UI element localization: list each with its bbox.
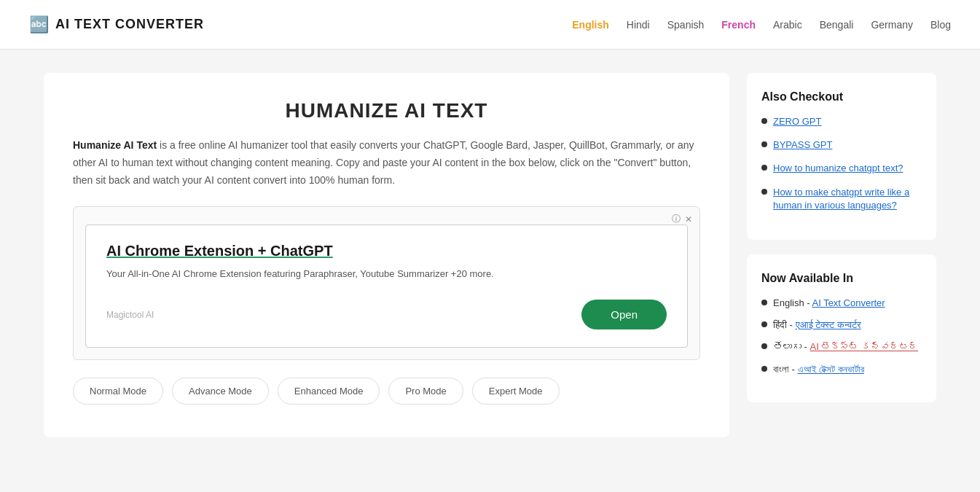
ad-controls: ⓘ ✕ (672, 213, 692, 225)
mode-btn-expert-mode[interactable]: Expert Mode (472, 378, 560, 405)
ad-info-icon[interactable]: ⓘ (672, 213, 681, 225)
checkout-links: ZERO GPT BYPASS GPT How to humanize chat… (761, 115, 922, 212)
nav-item-spanish[interactable]: Spanish (667, 19, 705, 31)
bullet-icon (761, 118, 767, 124)
ad-open-button[interactable]: Open (581, 300, 667, 329)
available-link[interactable]: AI టెక్స్ట్ కన్వర్టర్ (810, 341, 919, 352)
page-title: HUMANIZE AI TEXT (73, 99, 700, 122)
bullet-icon (761, 366, 767, 372)
bullet-icon (761, 165, 767, 171)
mode-btn-pro-mode[interactable]: Pro Mode (388, 378, 463, 405)
ad-footer: Magictool AI Open (106, 300, 667, 329)
nav-item-bengali[interactable]: Bengali (820, 19, 854, 31)
nav-item-french[interactable]: French (721, 19, 756, 31)
main-nav: EnglishHindiSpanishFrenchArabicBengaliGe… (572, 19, 951, 31)
checkout-link[interactable]: How to humanize chatgpt text? (773, 162, 903, 175)
bullet-icon (761, 189, 767, 195)
mode-btn-advance-mode[interactable]: Advance Mode (172, 378, 269, 405)
checkout-title: Also Checkout (761, 90, 922, 104)
available-text: English - AI Text Converter (773, 297, 885, 310)
available-item: বাংলা - এআই টেক্সট কনভার্টার (761, 363, 922, 376)
page-description: Humanize AI Text is a free online AI hum… (73, 137, 700, 189)
page-wrapper: HUMANIZE AI TEXT Humanize AI Text is a f… (0, 50, 980, 461)
available-item: తెలుగు - AI టెక్స్ట్ కన్వర్టర్ (761, 340, 922, 354)
nav-item-hindi[interactable]: Hindi (627, 19, 650, 31)
available-item: हिंदी - एआई टेक्स्ट कन्वर्टर (761, 319, 922, 332)
checkout-link[interactable]: BYPASS GPT (773, 138, 832, 152)
bullet-icon (761, 343, 767, 349)
ad-inner: AI Chrome Extension + ChatGPT Your All-i… (85, 224, 688, 348)
checkout-link-item: How to make chatgpt write like a human i… (761, 186, 922, 212)
nav-item-germany[interactable]: Germany (871, 19, 913, 31)
available-link[interactable]: এআই টেক্সট কনভার্টার (798, 364, 864, 375)
nav-item-blog[interactable]: Blog (930, 19, 951, 31)
site-logo: 🔤 AI TEXT CONVERTER (29, 15, 204, 34)
available-text: తెలుగు - AI టెక్స్ట్ కన్వర్టర్ (773, 340, 918, 354)
desc-bold: Humanize AI Text (73, 139, 157, 151)
available-item: English - AI Text Converter (761, 297, 922, 310)
logo-text: AI TEXT CONVERTER (55, 17, 204, 32)
bullet-icon (761, 321, 767, 327)
available-link[interactable]: AI Text Converter (812, 297, 885, 308)
available-items: English - AI Text Converter हिंदी - एआई … (761, 297, 922, 376)
mode-btn-enhanced-mode[interactable]: Enhanced Mode (278, 378, 380, 405)
bullet-icon (761, 141, 767, 147)
checkout-link[interactable]: How to make chatgpt write like a human i… (773, 186, 922, 212)
available-in-card: Now Available In English - AI Text Conve… (747, 254, 936, 402)
ad-close-icon[interactable]: ✕ (685, 214, 692, 224)
available-title: Now Available In (761, 272, 922, 285)
bullet-icon (761, 300, 767, 305)
sidebar: Also Checkout ZERO GPT BYPASS GPT How to… (747, 73, 936, 437)
available-text: বাংলা - এআই টেক্সট কনভার্টার (773, 363, 864, 376)
logo-icon: 🔤 (29, 15, 50, 34)
mode-buttons-container: Normal ModeAdvance ModeEnhanced ModePro … (73, 378, 700, 405)
also-checkout-card: Also Checkout ZERO GPT BYPASS GPT How to… (747, 73, 936, 240)
available-text: हिंदी - एआई टेक्स्ट कन्वर्टर (773, 319, 861, 332)
ad-container: ⓘ ✕ AI Chrome Extension + ChatGPT Your A… (73, 206, 700, 360)
checkout-link-item: How to humanize chatgpt text? (761, 162, 922, 175)
checkout-link[interactable]: ZERO GPT (773, 115, 821, 128)
available-link[interactable]: एआई टेक्स्ट कन्वर्टर (796, 319, 861, 330)
nav-item-english[interactable]: English (572, 19, 609, 31)
desc-rest: is a free online AI humanizer tool that … (73, 139, 694, 186)
checkout-link-item: ZERO GPT (761, 115, 922, 128)
ad-description: Your All-in-One AI Chrome Extension feat… (106, 268, 667, 279)
checkout-link-item: BYPASS GPT (761, 138, 922, 152)
nav-item-arabic[interactable]: Arabic (773, 19, 802, 31)
site-header: 🔤 AI TEXT CONVERTER EnglishHindiSpanishF… (0, 0, 980, 50)
main-content-area: HUMANIZE AI TEXT Humanize AI Text is a f… (44, 73, 729, 437)
ad-source: Magictool AI (106, 310, 154, 320)
ad-title: AI Chrome Extension + ChatGPT (106, 243, 667, 259)
mode-btn-normal-mode[interactable]: Normal Mode (73, 378, 163, 405)
